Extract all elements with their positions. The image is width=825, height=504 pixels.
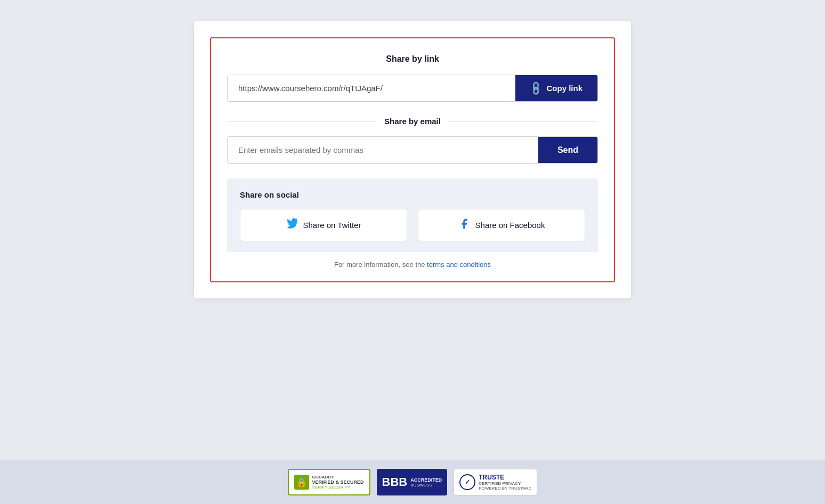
- divider-line-left: [227, 121, 377, 121]
- bbb-line2: BUSINESS: [410, 483, 442, 487]
- divider-line-right: [448, 121, 598, 121]
- truste-icon: ✓: [459, 474, 475, 490]
- godaddy-line1: GODADDY: [312, 475, 364, 479]
- truste-line2: Certified Privacy: [479, 481, 531, 486]
- bbb-line1: ACCREDITED: [410, 477, 442, 483]
- bbb-text: ACCREDITED BUSINESS: [410, 477, 442, 487]
- send-label: Send: [557, 145, 578, 155]
- twitter-icon: [286, 218, 298, 232]
- facebook-label: Share on Facebook: [475, 221, 545, 230]
- godaddy-text: GODADDY VERIFIED & SECURED VERIFY SECURI…: [312, 475, 364, 490]
- outer-card: Share by link 🔗 Copy link Share by email…: [194, 21, 631, 298]
- twitter-label: Share on Twitter: [303, 221, 361, 230]
- inner-card: Share by link 🔗 Copy link Share by email…: [210, 37, 615, 282]
- social-buttons-row: Share on Twitter Share on Facebook: [240, 209, 585, 241]
- terms-text: For more information, see the terms and …: [227, 261, 598, 269]
- page-background: Share by link 🔗 Copy link Share by email…: [0, 0, 825, 428]
- terms-prefix: For more information, see the: [334, 261, 427, 269]
- godaddy-line2: VERIFIED & SECURED: [312, 479, 364, 485]
- social-section: Share on social Share on Twitter: [227, 178, 598, 252]
- bbb-badge[interactable]: BBB ACCREDITED BUSINESS: [377, 469, 448, 495]
- link-row: 🔗 Copy link: [227, 75, 598, 102]
- truste-text: TRUSTe Certified Privacy Powered by Trus…: [479, 474, 531, 491]
- email-row: Send: [227, 136, 598, 164]
- copy-link-button[interactable]: 🔗 Copy link: [515, 75, 597, 101]
- footer: 🔒 GODADDY VERIFIED & SECURED VERIFY SECU…: [0, 460, 825, 504]
- facebook-share-button[interactable]: Share on Facebook: [418, 209, 585, 241]
- link-input[interactable]: [228, 75, 515, 101]
- truste-line1: TRUSTe: [479, 474, 531, 481]
- copy-link-label: Copy link: [546, 84, 583, 93]
- bbb-icon: BBB: [382, 475, 408, 489]
- social-section-title: Share on social: [240, 190, 585, 199]
- email-input[interactable]: [228, 137, 538, 163]
- truste-badge[interactable]: ✓ TRUSTe Certified Privacy Powered by Tr…: [454, 469, 537, 495]
- godaddy-icon: 🔒: [294, 475, 309, 490]
- send-button[interactable]: Send: [538, 137, 597, 163]
- email-divider-row: Share by email: [227, 117, 598, 126]
- facebook-icon: [458, 218, 470, 232]
- twitter-share-button[interactable]: Share on Twitter: [240, 209, 407, 241]
- godaddy-badge[interactable]: 🔒 GODADDY VERIFIED & SECURED VERIFY SECU…: [288, 469, 370, 495]
- godaddy-line3: VERIFY SECURITY: [312, 485, 364, 490]
- link-icon: 🔗: [528, 80, 545, 96]
- share-by-email-title: Share by email: [384, 117, 441, 126]
- terms-link[interactable]: terms and conditions: [427, 261, 491, 269]
- share-by-link-title: Share by link: [227, 54, 598, 64]
- truste-line3: Powered by TrustArc: [479, 486, 531, 491]
